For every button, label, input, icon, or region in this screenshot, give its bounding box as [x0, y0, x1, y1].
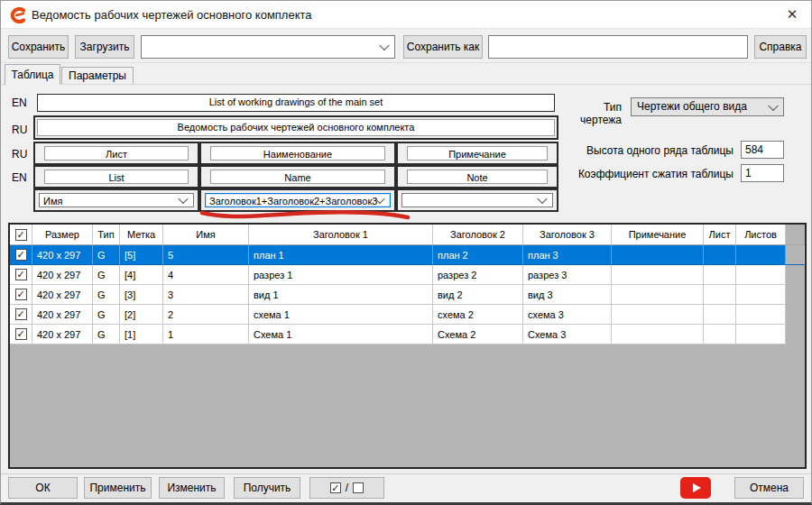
- form-cell-ru-2: Примечание: [396, 142, 558, 165]
- table-cell: план 2: [433, 245, 523, 265]
- form-cell-dropdown-2: [396, 188, 558, 212]
- row-checkbox[interactable]: ✓: [15, 289, 27, 300]
- table-row[interactable]: ✓420 x 297G[2]2схема 1схема 2схема 3: [10, 305, 805, 325]
- table-cell: вид 3: [523, 285, 612, 305]
- edit-button[interactable]: Изменить: [159, 477, 225, 499]
- load-button[interactable]: Загрузить: [75, 35, 134, 59]
- table-cell: G: [93, 265, 120, 285]
- column-source-combobox-2[interactable]: [401, 193, 553, 207]
- drawings-table[interactable]: ✓РазмерТипМеткаИмяЗаголовок 1Заголовок 2…: [8, 223, 807, 469]
- column-header[interactable]: Имя: [163, 225, 249, 245]
- table-row[interactable]: ✓420 x 297G[4]4разрез 1разрез 2разрез 3: [10, 265, 805, 285]
- row-checkbox[interactable]: ✓: [15, 328, 27, 340]
- table-row[interactable]: ✓420 x 297G[3]3вид 1вид 2вид 3: [10, 285, 805, 305]
- table-cell: [704, 285, 736, 305]
- column-header[interactable]: Тип: [93, 225, 120, 245]
- column-header-en-1[interactable]: Name: [210, 170, 385, 184]
- table-cell: [704, 265, 736, 285]
- table-title-ru-frame: Ведомость рабочих чертежей основного ком…: [33, 115, 558, 140]
- table-cell: план 1: [249, 245, 433, 265]
- chevron-down-icon: [374, 194, 384, 204]
- table-title-ru[interactable]: Ведомость рабочих чертежей основного ком…: [37, 119, 555, 136]
- column-source-combobox-0[interactable]: Имя: [39, 193, 194, 207]
- preset-combobox[interactable]: [141, 35, 395, 59]
- table-filler: [786, 245, 805, 265]
- row-checkbox[interactable]: ✓: [15, 249, 27, 261]
- form-cell-en-1: Name: [199, 165, 396, 188]
- form-cell-en-2: Note: [396, 165, 558, 188]
- table-cell: Схема 2: [433, 325, 523, 344]
- save-button[interactable]: Сохранить: [8, 35, 69, 59]
- table-row[interactable]: ✓420 x 297G[1]1Схема 1Схема 2Схема 3: [10, 325, 805, 344]
- column-header[interactable]: Примечание: [612, 225, 704, 245]
- column-header-en-0[interactable]: List: [44, 170, 189, 184]
- table-filler: [786, 285, 805, 305]
- help-button[interactable]: Справка: [754, 35, 807, 59]
- table-filler: [786, 325, 805, 344]
- lang-label-en-2: EN: [12, 171, 27, 184]
- save-as-button[interactable]: Сохранить как: [403, 35, 483, 59]
- column-header[interactable]: Лист: [704, 225, 736, 245]
- column-header[interactable]: Листов: [736, 225, 786, 245]
- column-header[interactable]: Заголовок 1: [249, 225, 433, 245]
- form-cell-ru-1: Наименование: [199, 142, 396, 165]
- preset-combobox-value: [142, 41, 151, 53]
- row-height-input[interactable]: 584: [741, 141, 784, 159]
- close-icon[interactable]: ✕: [779, 4, 806, 25]
- table-cell: Схема 3: [523, 325, 612, 344]
- compression-input[interactable]: 1: [741, 164, 784, 182]
- column-header-ru-1[interactable]: Наименование: [210, 146, 385, 161]
- compression-label: Коэффициент сжатия таблицы: [542, 168, 734, 180]
- tab-parameters[interactable]: Параметры: [61, 67, 134, 85]
- table-cell: 420 x 297: [32, 325, 93, 344]
- row-checkbox[interactable]: ✓: [15, 269, 27, 280]
- table-row[interactable]: ✓420 x 297G[5]5план 1план 2план 3: [10, 245, 805, 265]
- table-cell: разрез 3: [523, 265, 612, 285]
- table-cell: 2: [163, 305, 249, 325]
- table-cell: 5: [163, 245, 249, 265]
- select-all-checkbox[interactable]: ✓: [15, 229, 27, 241]
- ok-button[interactable]: ОК: [8, 477, 78, 499]
- table-filler: [786, 265, 805, 285]
- get-button[interactable]: Получить: [234, 477, 300, 499]
- drawing-type-value: Чертежи общего вида: [637, 100, 747, 113]
- row-checkbox-cell: ✓: [10, 245, 32, 265]
- drawing-type-label: Тип чертежа: [560, 101, 622, 126]
- table-cell: [5]: [120, 245, 163, 265]
- cancel-button[interactable]: Отмена: [734, 477, 804, 499]
- table-cell: разрез 2: [433, 265, 523, 285]
- drawing-type-combobox[interactable]: Чертежи общего вида: [631, 97, 784, 116]
- table-cell: G: [93, 325, 120, 344]
- table-header-row: ✓РазмерТипМеткаИмяЗаголовок 1Заголовок 2…: [10, 225, 805, 245]
- filename-input[interactable]: [488, 35, 748, 59]
- column-header[interactable]: Размер: [32, 225, 93, 245]
- apply-button[interactable]: Применить: [84, 477, 152, 499]
- table-cell: [3]: [120, 285, 163, 305]
- column-header[interactable]: Заголовок 3: [523, 225, 612, 245]
- column-header-en-2[interactable]: Note: [407, 170, 548, 184]
- table-cell: [612, 245, 704, 265]
- form-cell-ru-0: Лист: [33, 142, 199, 165]
- column-header-ru-2[interactable]: Примечание: [407, 146, 548, 161]
- toggle-all-checkboxes-button[interactable]: ✓ /: [309, 477, 384, 499]
- lang-label-en: EN: [12, 96, 27, 109]
- table-cell: G: [93, 245, 120, 265]
- table-cell: 420 x 297: [32, 285, 93, 305]
- row-checkbox[interactable]: ✓: [15, 308, 27, 320]
- row-checkbox-cell: ✓: [10, 265, 32, 285]
- column-header[interactable]: Метка: [120, 225, 163, 245]
- chevron-down-icon: [379, 41, 389, 50]
- toggle-separator: /: [346, 478, 348, 498]
- video-help-button[interactable]: [680, 477, 711, 499]
- row-checkbox-cell: ✓: [10, 305, 32, 325]
- table-cell: [704, 305, 736, 325]
- tabpage-border-bottom: [1, 473, 811, 474]
- column-header-ru-0[interactable]: Лист: [44, 146, 189, 161]
- tab-table[interactable]: Таблица: [5, 64, 60, 85]
- table-cell: [704, 245, 736, 265]
- table-filler: [786, 225, 805, 245]
- table-cell: G: [93, 305, 120, 325]
- table-cell: Схема 1: [249, 325, 433, 344]
- table-title-en[interactable]: List of working drawings of the main set: [37, 94, 555, 112]
- column-header[interactable]: Заголовок 2: [433, 225, 523, 245]
